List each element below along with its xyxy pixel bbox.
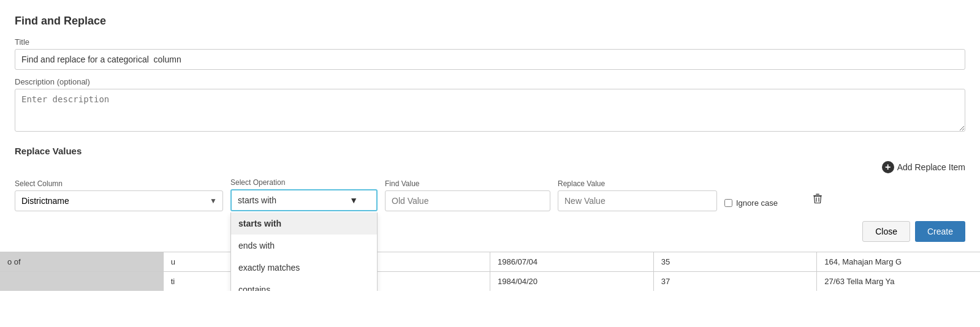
ignore-case-label: Ignore case — [736, 198, 778, 208]
delete-row-button[interactable] — [810, 190, 826, 209]
table-cell: 27/63 Tella Marg Ya — [817, 272, 980, 291]
modal-title: Find and Replace — [15, 15, 965, 28]
svg-rect-1 — [816, 194, 819, 195]
table-cell: 1986/07/04 — [490, 252, 654, 271]
create-button[interactable]: Create — [915, 221, 965, 242]
table-cell — [0, 272, 164, 291]
operation-select-display[interactable]: starts with ▼ — [230, 189, 378, 211]
table-cell: o of — [0, 252, 164, 271]
add-replace-label: Add Replace Item — [897, 162, 965, 172]
ignore-case-checkbox[interactable] — [724, 199, 732, 207]
select-column-col: Select Column Districtname ▼ — [15, 179, 223, 211]
title-input[interactable] — [15, 49, 965, 70]
section-replace-title: Replace Values — [15, 146, 965, 156]
select-column-dropdown[interactable]: Districtname — [15, 190, 223, 211]
table-cell: 35 — [654, 252, 818, 271]
replace-row: Select Column Districtname ▼ Select Oper… — [15, 178, 965, 211]
select-column-wrapper: Districtname ▼ — [15, 190, 223, 211]
operation-arrow-icon: ▼ — [349, 195, 358, 205]
operation-select-wrapper[interactable]: starts with ▼ starts with ends with exac… — [230, 189, 378, 211]
description-textarea[interactable] — [15, 89, 965, 132]
find-value-col: Find Value — [385, 179, 550, 211]
dropdown-item-starts-with[interactable]: starts with — [231, 212, 377, 235]
add-replace-bar: + Add Replace Item — [15, 161, 965, 173]
replace-value-col: Replace Value — [558, 179, 717, 211]
table-cell: 1984/04/20 — [490, 272, 654, 291]
find-value-input[interactable] — [385, 190, 550, 211]
find-value-label: Find Value — [385, 179, 550, 188]
select-column-label: Select Column — [15, 179, 223, 188]
select-operation-label: Select Operation — [230, 178, 378, 187]
replace-value-input[interactable] — [558, 190, 717, 211]
table-cell: 37 — [654, 272, 818, 291]
plus-circle-icon: + — [882, 161, 894, 173]
find-replace-modal: Find and Replace Title Description (opti… — [0, 0, 980, 252]
ignore-case-col: Ignore case — [724, 198, 798, 211]
footer-buttons: Close Create — [15, 221, 965, 242]
operation-dropdown-menu: starts with ends with exactly matches co… — [230, 212, 378, 291]
title-label: Title — [15, 37, 965, 47]
replace-value-label: Replace Value — [558, 179, 717, 188]
delete-col — [805, 190, 830, 211]
add-replace-button[interactable]: + Add Replace Item — [882, 161, 965, 173]
description-label: Description (optional) — [15, 77, 965, 86]
bottom-table: o of u 1986/07/04 35 164, Mahajan Marg G… — [0, 252, 980, 291]
close-button[interactable]: Close — [862, 221, 910, 242]
operation-selected-value: starts with — [238, 195, 276, 205]
dropdown-item-ends-with[interactable]: ends with — [231, 235, 377, 257]
table-row: o of u 1986/07/04 35 164, Mahajan Marg G — [0, 252, 980, 271]
dropdown-item-contains[interactable]: contains — [231, 279, 377, 291]
trash-icon — [812, 193, 823, 204]
table-cell: 164, Mahajan Marg G — [817, 252, 980, 271]
select-operation-col: Select Operation starts with ▼ starts wi… — [230, 178, 378, 211]
dropdown-item-exactly-matches[interactable]: exactly matches — [231, 257, 377, 279]
table-row: ti 1984/04/20 37 27/63 Tella Marg Ya — [0, 271, 980, 291]
